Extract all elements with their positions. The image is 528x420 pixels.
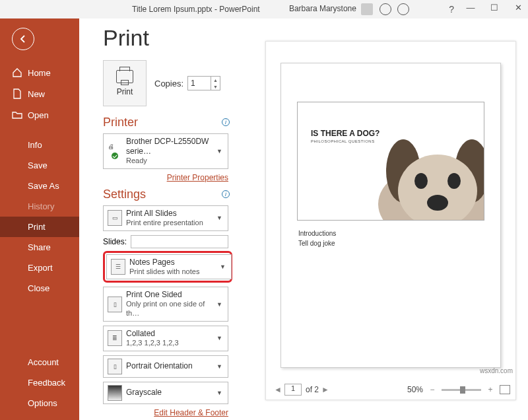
chevron-down-icon: ▼ <box>215 301 224 308</box>
zoom-slider[interactable] <box>442 389 481 391</box>
chevron-down-icon: ▼ <box>215 335 224 341</box>
sidebar-item-history: History <box>0 196 79 217</box>
window-title: Title Lorem Ipsum.pptx - PowerPoint <box>132 5 260 14</box>
printer-icon <box>116 70 133 83</box>
avatar-icon <box>361 3 373 15</box>
chevron-down-icon: ▼ <box>215 390 224 396</box>
sidebar-item-saveas[interactable]: Save As <box>0 176 79 196</box>
svg-point-5 <box>447 173 461 189</box>
smile-face-icon[interactable] <box>380 3 391 15</box>
maximize-button[interactable]: ☐ <box>488 3 500 13</box>
sidebar-item-feedback[interactable]: Feedback <box>0 372 79 393</box>
sidebar-item-info[interactable]: Info <box>0 135 79 155</box>
sides-dropdown[interactable]: ▯ Print One SidedOnly print on one side … <box>103 287 228 322</box>
page-total-label: of 2 <box>306 385 319 394</box>
minimize-button[interactable]: — <box>465 3 477 13</box>
preview-notes: Introductions Tell dog joke <box>298 228 336 248</box>
open-folder-icon <box>12 110 22 120</box>
print-button[interactable]: Print <box>103 60 147 106</box>
page-number-input[interactable]: 1 <box>284 384 302 396</box>
print-panel: Print Print Copies: 1 ▲▼ Printer i 🖨 <box>79 18 528 420</box>
printer-device-icon: 🖨 <box>108 143 122 159</box>
sidebar-item-print[interactable]: Print <box>0 217 79 237</box>
spinner-down-icon[interactable]: ▼ <box>211 83 220 90</box>
notes-page-icon: ☰ <box>111 259 125 275</box>
collated-icon: ≣ <box>108 330 122 346</box>
spinner-up-icon[interactable]: ▲ <box>211 77 220 83</box>
chevron-down-icon: ▼ <box>215 148 224 155</box>
preview-page: IS THERE A DOG? PHILOSOPHICAL QUESTIONS … <box>280 63 501 368</box>
title-bar: Title Lorem Ipsum.pptx - PowerPoint Barb… <box>0 0 528 18</box>
preview-slide: IS THERE A DOG? PHILOSOPHICAL QUESTIONS <box>297 102 484 221</box>
print-preview: IS THERE A DOG? PHILOSOPHICAL QUESTIONS … <box>265 41 516 400</box>
print-range-dropdown[interactable]: ▭ Print All SlidesPrint entire presentat… <box>103 205 228 231</box>
zoom-in-button[interactable]: + <box>484 385 497 394</box>
printer-properties-link[interactable]: Printer Properties <box>103 173 228 182</box>
dog-image <box>365 125 484 221</box>
new-doc-icon <box>12 88 22 99</box>
watermark-text: wsxdn.com <box>480 367 513 374</box>
layout-dropdown-highlight: ☰ Notes PagesPrint slides with notes ▼ <box>103 251 232 283</box>
zoom-out-button[interactable]: − <box>426 385 439 394</box>
sidebar-item-home[interactable]: Home <box>0 62 79 83</box>
printer-info-icon[interactable]: i <box>222 118 230 126</box>
grayscale-icon <box>108 385 122 401</box>
one-sided-icon: ▯ <box>108 297 122 312</box>
home-icon <box>12 67 22 78</box>
sidebar-item-new[interactable]: New <box>0 83 79 104</box>
sidebar-item-share[interactable]: Share <box>0 237 79 258</box>
slides-stack-icon: ▭ <box>108 210 122 226</box>
svg-point-4 <box>414 173 428 189</box>
prev-page-button[interactable]: ◄ <box>271 385 284 394</box>
chevron-down-icon: ▼ <box>215 363 224 370</box>
zoom-label: 50% <box>407 385 423 394</box>
portrait-icon: ▯ <box>108 359 122 374</box>
edit-header-footer-link[interactable]: Edit Header & Footer <box>103 408 228 417</box>
chevron-down-icon: ▼ <box>218 263 227 270</box>
copies-spinner[interactable]: 1 ▲▼ <box>187 76 220 90</box>
chevron-down-icon: ▼ <box>215 215 224 221</box>
sidebar-item-export[interactable]: Export <box>0 258 79 278</box>
copies-label: Copies: <box>154 79 183 88</box>
orientation-dropdown[interactable]: ▯ Portrait Orientation ▼ <box>103 355 228 378</box>
account-name[interactable]: Barbara Marystone <box>289 3 409 15</box>
sidebar-item-save[interactable]: Save <box>0 155 79 176</box>
sad-face-icon[interactable] <box>397 3 409 15</box>
svg-point-6 <box>427 195 448 211</box>
collate-dropdown[interactable]: ≣ Collated1,2,3 1,2,3 1,2,3 ▼ <box>103 326 228 351</box>
color-dropdown[interactable]: Grayscale ▼ <box>103 382 228 404</box>
printer-dropdown[interactable]: 🖨 Brother DCP-L2550DW serie… Ready ▼ <box>103 133 228 169</box>
sidebar-item-account[interactable]: Account <box>0 352 79 372</box>
help-button[interactable]: ? <box>449 4 454 15</box>
preview-footer: ◄ 1 of 2 ► 50% − + <box>271 382 510 397</box>
zoom-to-fit-button[interactable] <box>500 385 510 394</box>
slides-label: Slides: <box>103 237 127 246</box>
settings-info-icon[interactable]: i <box>222 190 230 198</box>
backstage-sidebar: Home New Open Info Save Save As History … <box>0 18 79 420</box>
next-page-button[interactable]: ► <box>319 385 332 394</box>
sidebar-item-options[interactable]: Options <box>0 393 79 413</box>
back-button[interactable] <box>12 28 34 50</box>
slides-range-input[interactable] <box>131 235 228 248</box>
sidebar-item-close[interactable]: Close <box>0 278 79 298</box>
close-window-button[interactable]: ✕ <box>512 3 524 13</box>
sidebar-item-open[interactable]: Open <box>0 104 79 125</box>
print-layout-dropdown[interactable]: ☰ Notes PagesPrint slides with notes ▼ <box>106 254 232 280</box>
